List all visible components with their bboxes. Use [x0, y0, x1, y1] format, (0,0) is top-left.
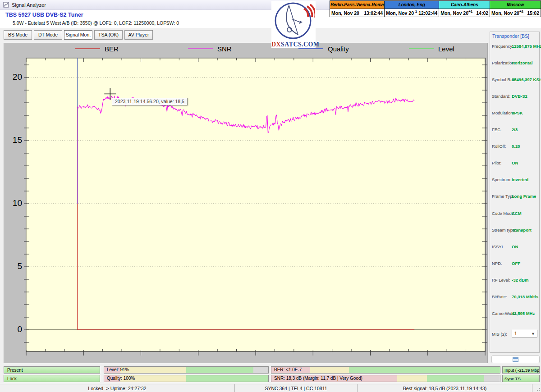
- clock-time-cell: Mon, Nov 20-112:02:44: [385, 9, 439, 17]
- field-label: Spectrum:: [492, 177, 511, 182]
- field-label: Pilot:: [492, 160, 501, 165]
- mis-select[interactable]: 1 ▼: [512, 330, 537, 337]
- list-icon: [513, 357, 518, 362]
- transponder-list-button[interactable]: [491, 356, 540, 363]
- indicator-right: Sync TS: [502, 375, 540, 382]
- field-value: 0.20: [512, 144, 520, 149]
- tab-av-player[interactable]: AV Player: [124, 30, 153, 40]
- clock-time: 12:02:44: [418, 10, 437, 16]
- legend-label: Quality: [328, 45, 349, 53]
- progress-zone-yellow: [397, 375, 427, 382]
- progress-bar: Level: 91%: [104, 366, 269, 374]
- field-value: DVB-S2: [512, 94, 527, 99]
- clock-row: Mon, Nov 2013:02:44: [331, 9, 383, 17]
- field-label: RollOff:: [492, 144, 506, 149]
- dxsatcs-logo: DXSATCS.COM: [271, 1, 316, 48]
- legend-label: Level: [438, 45, 454, 53]
- clock-city: Moscow: [490, 1, 541, 9]
- app-icon: [3, 2, 9, 8]
- field-label: Standard:: [492, 94, 510, 99]
- field-value: ON: [512, 244, 518, 249]
- progress-bar: SNR: 18,3 dB (Margin: 11,7 dB | Very Goo…: [271, 375, 500, 382]
- field-value: Inverted: [512, 177, 528, 182]
- indicator-right: Input (~21,39 Mbps): [502, 366, 540, 374]
- field-label: ISSYI: [492, 244, 503, 249]
- clock-city: London, Eng: [385, 1, 439, 9]
- progress-bar: Quality: 100%: [104, 375, 269, 382]
- legend-line-icon: [75, 48, 100, 49]
- progress-zone-green: [186, 367, 253, 373]
- signal-plot[interactable]: 2023-11-19 14.56.20, value: 18,5: [26, 58, 486, 352]
- y-tick-label: 15: [5, 135, 22, 145]
- y-tick-label: 10: [5, 198, 22, 208]
- grip-dot: [539, 388, 540, 389]
- indicator-lock: Lock: [4, 375, 100, 382]
- legend-label: SNR: [217, 45, 232, 53]
- progress-zone-yellow: [120, 367, 186, 373]
- signal-analyzer-window: Signal Analyzer TBS 5927 USB DVB-S2 Tune…: [0, 0, 541, 392]
- tuner-subtitle: 5.0W - Eutelsat 5 West A/B (ID: 3550) @ …: [13, 20, 179, 26]
- indicator-present: Present: [4, 366, 100, 374]
- chevron-down-icon: ▼: [531, 332, 535, 336]
- y-tick-label: 20: [5, 72, 22, 82]
- tab-signal-mon[interactable]: Signal Mon.: [64, 30, 92, 40]
- field-value: Long Frame: [512, 194, 536, 199]
- y-tick-label: 5: [5, 261, 22, 271]
- window-title: Signal Analyzer: [12, 2, 46, 8]
- chart-tooltip: 2023-11-19 14.56.20, value: 18,5: [112, 98, 188, 105]
- field-value: CCM: [512, 211, 522, 216]
- progress-zone-gray: [484, 375, 500, 382]
- legend-item-ber: BER: [75, 45, 119, 53]
- field-value: 35496,397 KS/s: [512, 77, 541, 82]
- status-segment: Locked -> Uptime: 24:27:32: [0, 384, 234, 392]
- chart-panel: BERSNRQualityLevel 05101520 2023-11-19 1…: [4, 43, 488, 363]
- tab-tsa-ok[interactable]: TSA (OK): [94, 30, 123, 40]
- progress-label: Level: 91%: [107, 367, 129, 372]
- clock-time: 13:02:44: [364, 10, 383, 16]
- grip-dot: [537, 390, 538, 391]
- clock-date: Mon, Nov 20: [331, 10, 359, 16]
- field-label: Modulation:: [492, 110, 514, 115]
- field-value: 2/3: [512, 127, 518, 132]
- clock-time: 15:02: [527, 10, 539, 16]
- clock-utc-offset: -1: [414, 9, 417, 14]
- field-label: RF Level:: [492, 278, 510, 283]
- field-value: 70,318 Mbit/s: [512, 294, 538, 299]
- progress-label: BER: <1.0E-7: [274, 367, 302, 372]
- transponder-title: Transponder [BS]: [492, 33, 529, 39]
- clock-utc-offset: +1: [468, 9, 472, 14]
- clock-utc-offset: +2: [519, 9, 523, 14]
- field-value: 42,595 MHz: [512, 311, 535, 316]
- field-value: ON: [512, 160, 518, 165]
- clock-row: Mon, Nov 20-112:02:44: [386, 9, 437, 17]
- field-value: -32 dBm: [512, 278, 528, 283]
- progress-label: SNR: 18,3 dB (Margin: 11,7 dB | Very Goo…: [274, 376, 362, 381]
- grip-dot: [539, 390, 540, 391]
- clock-time-cell: Mon, Nov 20+114:02: [439, 9, 490, 17]
- clock-row: Mon, Nov 20+215:02: [491, 9, 539, 17]
- satellite-dish-icon: [272, 1, 315, 41]
- legend-label: BER: [105, 45, 119, 53]
- world-clocks: Berlin-Paris-Vienna-RomaLondon, EngCairo…: [330, 0, 541, 17]
- transponder-panel: Transponder [BS] Frequency:12584,875 MHz…: [490, 32, 540, 353]
- clock-date: Mon, Nov 20: [491, 10, 519, 16]
- progress-zone-green: [186, 375, 268, 382]
- status-segment: Best signal: 18,5 dB (2023-11-19 14:43): [357, 384, 532, 392]
- logo-text: DXSATCS.COM: [271, 41, 316, 48]
- resize-grip[interactable]: [532, 384, 541, 392]
- progress-label: Quality: 100%: [107, 376, 135, 381]
- y-tick-label: 0: [5, 324, 22, 334]
- progress-zones: [271, 367, 500, 373]
- progress-zone-green: [349, 367, 500, 373]
- legend-line-icon: [409, 48, 434, 49]
- legend-item-snr: SNR: [188, 45, 232, 53]
- progress-zone-yellow: [310, 367, 349, 373]
- status-segment: SYNC 364 | TEI 4 | CC 10811: [234, 384, 357, 392]
- statusbar: Locked -> Uptime: 24:27:32SYNC 364 | TEI…: [0, 384, 541, 392]
- tab-bs-mode[interactable]: BS Mode: [4, 30, 32, 40]
- mis-value: 1: [514, 331, 517, 336]
- mis-label: MIS (2):: [492, 332, 507, 337]
- tab-dt-mode[interactable]: DT Mode: [34, 30, 62, 40]
- field-label: NPD:: [492, 261, 502, 266]
- field-label: BitRate:: [492, 294, 507, 299]
